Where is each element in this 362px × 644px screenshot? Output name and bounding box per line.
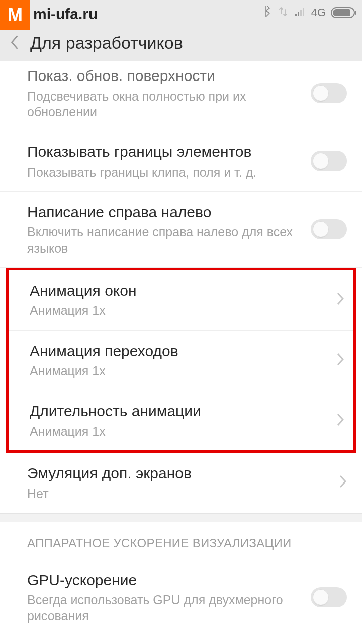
toggle-switch[interactable] <box>311 83 347 103</box>
signal-icon <box>294 6 306 20</box>
setting-subtitle: Анимация 1x <box>30 363 336 379</box>
setting-subtitle: Нет <box>27 486 339 502</box>
toggle-switch[interactable] <box>311 151 347 171</box>
setting-subtitle: Анимация 1x <box>30 303 336 318</box>
setting-title: Показ. обнов. поверхности <box>27 66 311 86</box>
battery-icon <box>331 7 355 18</box>
page-title: Для разработчиков <box>30 33 183 53</box>
setting-title: Эмуляция доп. экранов <box>27 464 339 483</box>
watermark: M mi-ufa.ru <box>0 0 98 30</box>
chevron-right-icon <box>336 292 344 308</box>
status-bar: M mi-ufa.ru 4G <box>0 0 362 25</box>
setting-secondary-display[interactable]: Эмуляция доп. экранов Нет <box>0 453 362 513</box>
bluetooth-icon <box>260 6 272 20</box>
setting-window-animation[interactable]: Анимация окон Анимация 1x <box>9 270 353 331</box>
setting-rtl[interactable]: Написание справа налево Включить написан… <box>0 192 362 268</box>
watermark-text: mi-ufa.ru <box>33 6 98 23</box>
chevron-right-icon <box>336 413 344 429</box>
data-arrows-icon <box>277 6 289 20</box>
setting-subtitle: Всегда использовать GPU для двухмерного … <box>27 592 311 624</box>
setting-layout-bounds[interactable]: Показывать границы элементов Показывать … <box>0 131 362 192</box>
setting-title: Длительность анимации <box>30 401 336 421</box>
section-divider <box>0 513 362 522</box>
setting-gpu-force[interactable]: GPU-ускорение Всегда использовать GPU дл… <box>0 559 362 635</box>
page-header: Для разработчиков <box>0 25 362 61</box>
toggle-switch[interactable] <box>311 219 347 239</box>
svg-rect-1 <box>298 12 299 16</box>
setting-transition-animation[interactable]: Анимация переходов Анимация 1x <box>9 331 353 391</box>
setting-subtitle: Показывать границы клипа, поля и т. д. <box>27 165 311 180</box>
setting-subtitle: Включить написание справа налево для все… <box>27 224 311 256</box>
network-label: 4G <box>311 6 326 19</box>
toggle-switch[interactable] <box>311 587 347 607</box>
svg-rect-3 <box>303 8 304 16</box>
chevron-right-icon <box>336 352 344 368</box>
setting-title: Написание справа налево <box>27 203 311 222</box>
svg-rect-0 <box>295 14 297 16</box>
setting-animator-duration[interactable]: Длительность анимации Анимация 1x <box>9 390 353 450</box>
back-button[interactable] <box>9 34 20 53</box>
setting-title: Анимация переходов <box>30 342 336 361</box>
setting-title: GPU-ускорение <box>27 571 311 590</box>
section-header-hw-accel: АППАРАТНОЕ УСКОРЕНИЕ ВИЗУАЛИЗАЦИИ <box>0 522 362 559</box>
setting-subtitle: Анимация 1x <box>30 424 336 439</box>
setting-gpu-updates[interactable]: Показывать обнов. экрана Подсвечивать об… <box>0 635 362 644</box>
highlight-animation-group: Анимация окон Анимация 1x Анимация перех… <box>6 268 356 453</box>
setting-title: Анимация окон <box>30 281 336 300</box>
chevron-right-icon <box>339 474 347 491</box>
watermark-logo: M <box>0 0 30 30</box>
setting-title: Показывать границы элементов <box>27 142 311 162</box>
status-icons: 4G <box>260 6 355 20</box>
svg-rect-2 <box>300 10 302 16</box>
settings-list: Показ. обнов. поверхности Подсвечивать о… <box>0 61 362 644</box>
setting-subtitle: Подсвечивать окна полностью при их обнов… <box>27 89 311 120</box>
setting-surface-updates[interactable]: Показ. обнов. поверхности Подсвечивать о… <box>0 61 362 131</box>
